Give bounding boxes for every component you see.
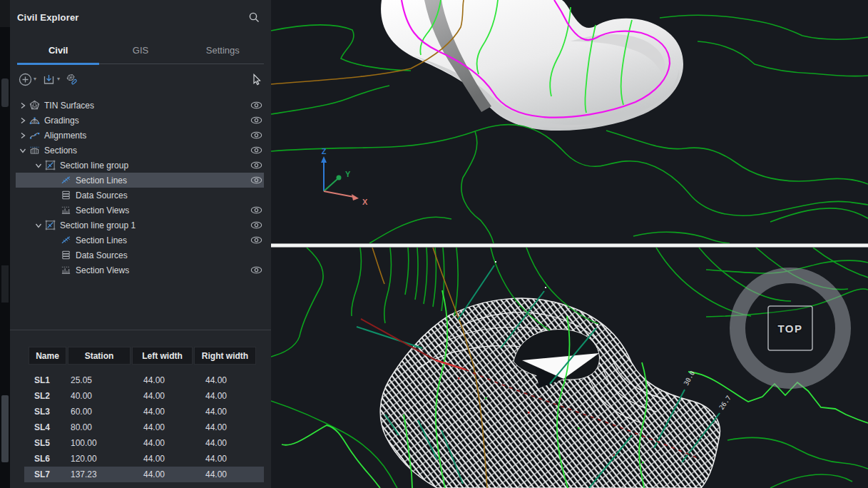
eye-visibility-toggle[interactable] <box>250 263 262 278</box>
eye-visibility-toggle[interactable] <box>250 218 262 233</box>
eye-visibility-toggle[interactable] <box>250 173 262 188</box>
eye-visibility-toggle[interactable] <box>250 233 262 248</box>
column-header-station[interactable]: Station <box>68 347 131 365</box>
column-header-name[interactable]: Name <box>29 347 66 365</box>
eye-visibility-toggle[interactable] <box>250 158 262 173</box>
cell: 44.00 <box>132 469 193 479</box>
import-button[interactable]: ▾ <box>41 71 61 88</box>
tree-item-label: Section Views <box>76 265 129 275</box>
dropdown-caret-icon[interactable]: ▾ <box>34 76 36 82</box>
cell: SL4 <box>29 422 66 432</box>
cell: SL7 <box>29 469 66 479</box>
data-sources-icon <box>60 190 71 200</box>
chevron-right-icon[interactable] <box>17 102 29 109</box>
cell: 44.00 <box>132 454 193 464</box>
viewport-top-canvas[interactable]: 30.0 26.7 TOP <box>271 248 868 488</box>
column-header-left-width[interactable]: Left width <box>132 347 193 365</box>
tree-item-section-views[interactable]: Section Views <box>10 263 271 278</box>
table-row-sl1[interactable]: SL125.0544.0044.00 <box>29 372 256 388</box>
dropdown-caret-icon[interactable]: ▾ <box>57 76 60 82</box>
side-strip <box>0 0 10 488</box>
tree-item-section-line-group-1[interactable]: Section line group 1 <box>10 218 271 233</box>
chevron-right-icon[interactable] <box>17 132 29 139</box>
chevron-down-icon[interactable] <box>33 162 44 169</box>
tree-item-gradings[interactable]: Gradings <box>10 113 271 128</box>
chevron-down-icon[interactable] <box>17 147 29 154</box>
table-row-sl7[interactable]: SL7137.2344.0044.00 <box>29 467 256 482</box>
tree-item-alignments[interactable]: Alignments <box>10 128 271 143</box>
sections-icon <box>29 145 40 156</box>
table-row-sl4[interactable]: SL480.0044.0044.00 <box>29 420 256 435</box>
tree-item-data-sources[interactable]: Data Sources <box>10 188 271 203</box>
cell: 44.00 <box>132 375 193 385</box>
section-views-icon <box>60 265 71 275</box>
chevron-right-icon[interactable] <box>17 117 29 124</box>
add-button[interactable]: ▾ <box>17 71 38 88</box>
viewport-3d[interactable]: Z Y X <box>271 0 868 243</box>
chevron-down-icon[interactable] <box>33 222 44 229</box>
cell: SL3 <box>29 407 66 417</box>
section-lines-icon <box>60 235 71 245</box>
panel-divider <box>10 330 271 330</box>
select-button[interactable] <box>250 72 264 87</box>
cell: 44.00 <box>194 469 256 479</box>
tree-item-tin-surfaces[interactable]: TIN Surfaces <box>10 98 271 113</box>
cell: 80.00 <box>68 422 131 432</box>
x-axis-label: X <box>362 198 368 206</box>
drawing-area: Z Y X <box>271 0 868 488</box>
add-circle-icon <box>19 73 32 86</box>
section-line-group-icon <box>44 160 56 171</box>
table-header-row: NameStationLeft widthRight width <box>29 347 256 365</box>
attach-surface-button[interactable] <box>64 71 81 88</box>
eye-visibility-toggle[interactable] <box>250 203 262 218</box>
tab-settings[interactable]: Settings <box>182 37 264 63</box>
view-cube-top-label[interactable]: TOP <box>777 322 802 335</box>
tree-item-label: TIN Surfaces <box>44 101 94 111</box>
scrollbar-thumb[interactable] <box>1 395 9 462</box>
viewport-top-view[interactable]: 30.0 26.7 TOP <box>271 248 868 488</box>
scrollbar-track <box>1 265 9 303</box>
table-row-sl6[interactable]: SL6120.0044.0044.00 <box>29 451 256 467</box>
cursor-icon <box>251 73 262 86</box>
cell: 44.00 <box>194 375 256 385</box>
tree-item-section-lines[interactable]: Section Lines <box>10 173 271 188</box>
view-navigation-ring[interactable]: TOP <box>737 275 843 381</box>
panel-edge-tab[interactable] <box>1 78 9 107</box>
import-icon <box>42 73 56 86</box>
attach-surface-icon <box>66 73 80 86</box>
tab-civil[interactable]: Civil <box>17 37 99 63</box>
tree-item-label: Section Views <box>76 205 129 215</box>
cell: 25.05 <box>68 375 131 385</box>
tree-item-sections[interactable]: Sections <box>10 143 271 158</box>
tree-item-label: Section line group 1 <box>60 220 136 230</box>
cell: 44.00 <box>194 422 256 432</box>
search-icon[interactable] <box>248 11 261 24</box>
viewport-3d-canvas[interactable]: Z Y X <box>271 0 868 243</box>
table-row-sl2[interactable]: SL240.0044.0044.00 <box>29 388 256 404</box>
section-line-group-icon <box>44 220 56 230</box>
tree-item-label: Data Sources <box>76 250 128 260</box>
side-strip-segment <box>0 0 10 27</box>
tree-item-section-line-group[interactable]: Section line group <box>10 158 271 173</box>
table-row-sl5[interactable]: SL5100.0044.0044.00 <box>29 435 256 451</box>
column-header-right-width[interactable]: Right width <box>194 347 256 365</box>
tree-item-data-sources[interactable]: Data Sources <box>10 248 271 263</box>
cell: 120.00 <box>68 454 131 464</box>
tab-gis[interactable]: GIS <box>99 37 181 63</box>
eye-visibility-toggle[interactable] <box>250 143 262 158</box>
tin-mesh-corridor <box>380 298 720 488</box>
gradings-icon <box>29 115 40 126</box>
eye-visibility-toggle[interactable] <box>250 98 262 113</box>
cell: SL1 <box>29 375 66 385</box>
cell: SL6 <box>29 454 66 464</box>
tree-item-label: Data Sources <box>76 190 128 200</box>
tree-item-section-lines[interactable]: Section Lines <box>10 233 271 248</box>
cell: SL2 <box>29 391 66 401</box>
cell: 40.00 <box>68 391 131 401</box>
eye-visibility-toggle[interactable] <box>250 128 262 143</box>
tree-item-section-views[interactable]: Section Views <box>10 203 271 218</box>
eye-visibility-toggle[interactable] <box>250 113 262 128</box>
table-row-sl3[interactable]: SL360.0044.0044.00 <box>29 404 256 420</box>
section-lines-icon <box>60 175 71 185</box>
tree-item-label: Sections <box>44 146 77 156</box>
